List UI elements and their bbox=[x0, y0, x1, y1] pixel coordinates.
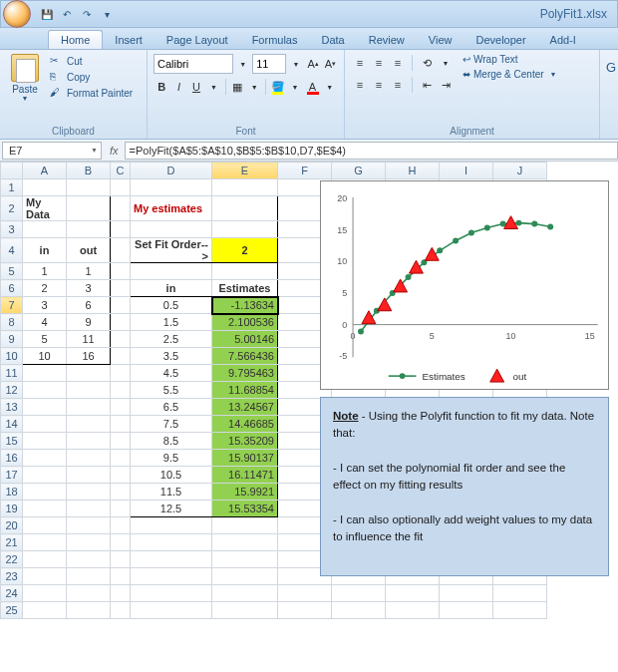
cell[interactable] bbox=[111, 534, 131, 551]
row-header[interactable]: 13 bbox=[1, 399, 23, 416]
borders-button[interactable]: ▦ bbox=[229, 78, 245, 96]
cell[interactable] bbox=[111, 314, 131, 331]
format-painter-button[interactable]: 🖌Format Painter bbox=[48, 86, 135, 100]
cell[interactable]: 10 bbox=[23, 348, 67, 365]
cell[interactable] bbox=[23, 382, 67, 399]
cell[interactable] bbox=[131, 551, 212, 568]
cell[interactable]: 2.5 bbox=[131, 331, 212, 348]
cell[interactable] bbox=[23, 365, 67, 382]
underline-button[interactable]: U bbox=[188, 78, 204, 96]
row-header[interactable]: 10 bbox=[1, 348, 23, 365]
cell[interactable] bbox=[111, 416, 131, 433]
name-box[interactable]: E7 ▼ bbox=[2, 142, 102, 160]
cell[interactable] bbox=[111, 484, 131, 501]
select-all-corner[interactable] bbox=[1, 163, 23, 179]
cell[interactable] bbox=[111, 501, 131, 517]
font-size-select[interactable] bbox=[252, 54, 286, 74]
cell[interactable]: 12.5 bbox=[131, 501, 212, 517]
cell[interactable] bbox=[212, 585, 278, 602]
cell[interactable] bbox=[111, 196, 131, 221]
cell[interactable] bbox=[212, 568, 278, 585]
row-header[interactable]: 7 bbox=[1, 297, 23, 314]
size-dropdown-icon[interactable]: ▼ bbox=[288, 55, 303, 73]
cell[interactable] bbox=[386, 602, 440, 619]
namebox-dropdown-icon[interactable]: ▼ bbox=[91, 147, 101, 154]
wrap-text-button[interactable]: ↩Wrap Text bbox=[463, 54, 557, 65]
align-right-button[interactable]: ≡ bbox=[389, 76, 407, 94]
tab-data[interactable]: Data bbox=[309, 31, 356, 49]
col-header[interactable]: D bbox=[131, 163, 212, 179]
cell[interactable]: 16 bbox=[67, 348, 111, 365]
cell[interactable] bbox=[111, 467, 131, 484]
col-header[interactable]: E bbox=[212, 163, 278, 179]
cell[interactable]: 1 bbox=[67, 263, 111, 280]
cell[interactable] bbox=[23, 585, 67, 602]
align-center-button[interactable]: ≡ bbox=[370, 76, 388, 94]
col-header[interactable]: I bbox=[440, 163, 493, 179]
cell[interactable] bbox=[67, 221, 111, 238]
cell[interactable]: 4 bbox=[23, 314, 67, 331]
cell[interactable] bbox=[67, 365, 111, 382]
align-top-button[interactable]: ≡ bbox=[351, 54, 369, 72]
cell[interactable] bbox=[212, 221, 278, 238]
cell[interactable] bbox=[67, 450, 111, 467]
cell[interactable] bbox=[111, 399, 131, 416]
col-header[interactable]: H bbox=[386, 163, 440, 179]
cell[interactable] bbox=[23, 399, 67, 416]
row-header[interactable]: 18 bbox=[1, 484, 23, 501]
cell[interactable]: 3.5 bbox=[131, 348, 212, 365]
row-header[interactable]: 11 bbox=[1, 365, 23, 382]
cell[interactable] bbox=[131, 517, 212, 534]
cell[interactable]: 13.24567 bbox=[212, 399, 278, 416]
row-header[interactable]: 2 bbox=[1, 196, 23, 221]
row-header[interactable]: 16 bbox=[1, 450, 23, 467]
note-textbox[interactable]: Note - Using the Polyfit function to fit… bbox=[320, 397, 609, 576]
save-icon[interactable]: 💾 bbox=[39, 6, 55, 22]
cell[interactable] bbox=[111, 238, 131, 263]
row-header[interactable]: 1 bbox=[1, 179, 23, 196]
cell[interactable] bbox=[23, 534, 67, 551]
cell[interactable] bbox=[23, 433, 67, 450]
orientation-button[interactable]: ⟲ bbox=[418, 54, 436, 72]
cell[interactable]: 5.00146 bbox=[212, 331, 278, 348]
cell[interactable] bbox=[111, 585, 131, 602]
tab-review[interactable]: Review bbox=[357, 31, 417, 49]
underline-dropdown-icon[interactable]: ▼ bbox=[205, 78, 221, 96]
cell[interactable] bbox=[111, 297, 131, 314]
cell[interactable] bbox=[131, 179, 212, 196]
cell[interactable] bbox=[212, 602, 278, 619]
col-header[interactable]: G bbox=[332, 163, 386, 179]
cell[interactable] bbox=[212, 534, 278, 551]
cell[interactable] bbox=[278, 585, 332, 602]
paste-button[interactable]: Paste ▼ bbox=[6, 54, 44, 102]
cell[interactable]: 5.5 bbox=[131, 382, 212, 399]
borders-dropdown-icon[interactable]: ▼ bbox=[246, 78, 262, 96]
cell[interactable]: 15.53354 bbox=[212, 501, 278, 517]
cell[interactable] bbox=[67, 517, 111, 534]
cell[interactable]: in bbox=[23, 238, 67, 263]
font-color-dropdown-icon[interactable]: ▼ bbox=[322, 78, 338, 96]
align-bottom-button[interactable]: ≡ bbox=[389, 54, 407, 72]
cell[interactable] bbox=[111, 221, 131, 238]
cell[interactable]: 1.5 bbox=[131, 314, 212, 331]
shrink-font-button[interactable]: A▾ bbox=[323, 55, 338, 73]
row-header[interactable]: 17 bbox=[1, 467, 23, 484]
font-dropdown-icon[interactable]: ▼ bbox=[235, 55, 250, 73]
cell[interactable]: 6 bbox=[67, 297, 111, 314]
cell[interactable] bbox=[493, 585, 547, 602]
cell[interactable] bbox=[67, 484, 111, 501]
cell[interactable] bbox=[111, 433, 131, 450]
cell[interactable] bbox=[493, 602, 547, 619]
row-header[interactable]: 15 bbox=[1, 433, 23, 450]
cell[interactable]: 14.46685 bbox=[212, 416, 278, 433]
cell[interactable] bbox=[23, 602, 67, 619]
cell[interactable] bbox=[386, 585, 440, 602]
cell[interactable]: 9 bbox=[67, 314, 111, 331]
cell[interactable]: 7.566436 bbox=[212, 348, 278, 365]
cell[interactable]: 11 bbox=[67, 331, 111, 348]
row-header[interactable]: 8 bbox=[1, 314, 23, 331]
grow-font-button[interactable]: A▴ bbox=[306, 55, 321, 73]
cell[interactable] bbox=[67, 568, 111, 585]
cell[interactable] bbox=[67, 179, 111, 196]
cell[interactable]: Estimates bbox=[212, 280, 278, 297]
